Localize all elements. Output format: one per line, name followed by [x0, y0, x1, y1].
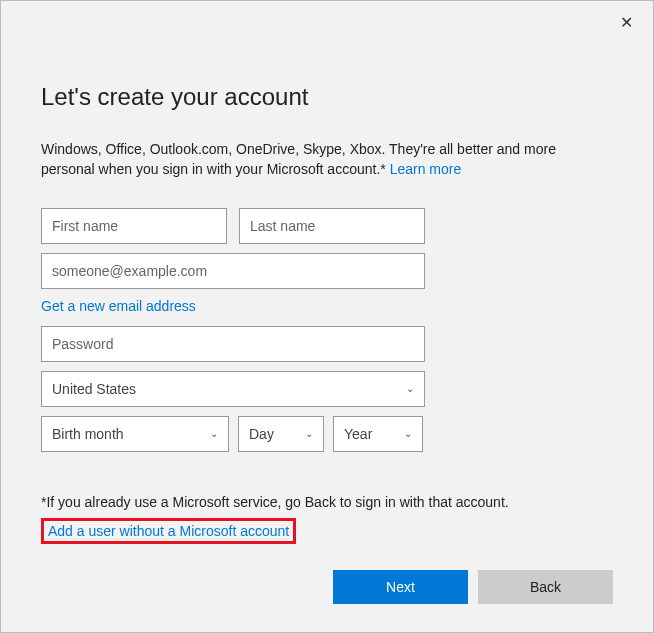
- next-button[interactable]: Next: [333, 570, 468, 604]
- email-field[interactable]: someone@example.com: [41, 253, 425, 289]
- first-name-field[interactable]: First name: [41, 208, 227, 244]
- chevron-down-icon: ⌄: [406, 383, 414, 394]
- chevron-down-icon: ⌄: [210, 428, 218, 439]
- chevron-down-icon: ⌄: [404, 428, 412, 439]
- description-text: Windows, Office, Outlook.com, OneDrive, …: [41, 139, 606, 180]
- add-user-without-ms-link[interactable]: Add a user without a Microsoft account: [41, 518, 296, 544]
- last-name-field[interactable]: Last name: [239, 208, 425, 244]
- footnote-text: *If you already use a Microsoft service,…: [41, 494, 613, 510]
- birth-year-value: Year: [344, 426, 372, 442]
- learn-more-link[interactable]: Learn more: [390, 161, 462, 177]
- new-email-link[interactable]: Get a new email address: [41, 298, 425, 314]
- description-body: Windows, Office, Outlook.com, OneDrive, …: [41, 141, 556, 177]
- button-row: Next Back: [333, 570, 613, 604]
- birth-day-value: Day: [249, 426, 274, 442]
- chevron-down-icon: ⌄: [305, 428, 313, 439]
- password-field[interactable]: Password: [41, 326, 425, 362]
- main-content: Let's create your account Windows, Offic…: [1, 1, 653, 544]
- birth-month-value: Birth month: [52, 426, 124, 442]
- birth-day-select[interactable]: Day ⌄: [238, 416, 324, 452]
- page-title: Let's create your account: [41, 83, 613, 111]
- back-button[interactable]: Back: [478, 570, 613, 604]
- birth-month-select[interactable]: Birth month ⌄: [41, 416, 229, 452]
- close-icon[interactable]: ✕: [612, 9, 641, 36]
- country-select[interactable]: United States ⌄: [41, 371, 425, 407]
- country-value: United States: [52, 381, 136, 397]
- birth-year-select[interactable]: Year ⌄: [333, 416, 423, 452]
- form-container: First name Last name someone@example.com…: [41, 208, 425, 452]
